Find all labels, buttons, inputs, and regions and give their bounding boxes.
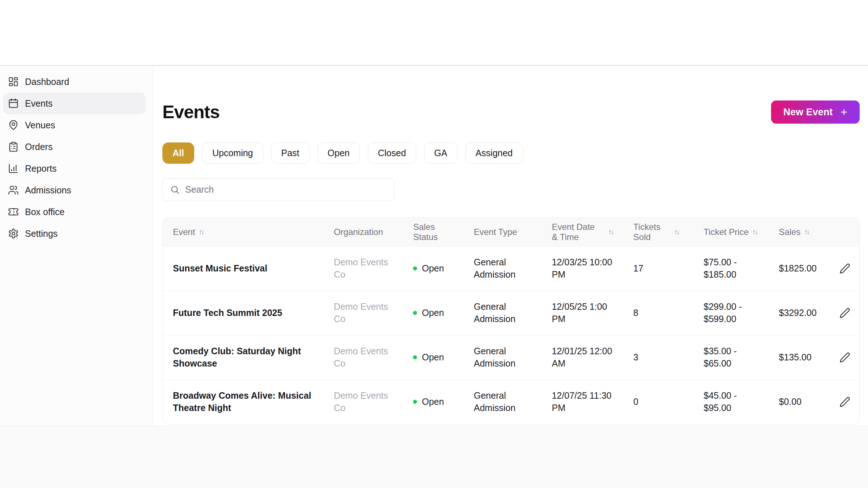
filter-chip-closed[interactable]: Closed — [368, 142, 416, 164]
event-name: Comedy Club: Saturday Night Showcase — [163, 335, 324, 380]
status-label: Open — [422, 396, 444, 408]
search-input[interactable] — [185, 184, 387, 195]
top-white-band — [0, 0, 868, 65]
column-label: Ticket Price — [704, 227, 749, 237]
event-tickets-sold: 17 — [623, 246, 694, 291]
event-ticket-price: $45.00 - $95.00 — [694, 380, 769, 424]
filter-chip-open[interactable]: Open — [318, 142, 360, 164]
column-label: Tickets Sold — [633, 222, 668, 242]
column-label: Event Date & Time — [552, 222, 602, 242]
column-label: Event Type — [474, 227, 517, 237]
sidebar-item-venues[interactable]: Venues — [3, 114, 146, 136]
column-header-event-type: Event Type — [464, 218, 542, 246]
event-type: General Admission — [464, 380, 542, 424]
edit-event-button[interactable] — [838, 351, 852, 364]
event-datetime: 12/05/25 1:00 PM — [542, 291, 623, 335]
event-organization: Demo Events Co — [324, 335, 403, 380]
sidebar-item-label: Box office — [25, 207, 64, 217]
sidebar-item-label: Admissions — [25, 185, 71, 196]
status-label: Open — [422, 262, 444, 275]
event-sales: $135.00 — [769, 335, 828, 380]
calendar-icon — [8, 98, 19, 109]
gear-icon — [8, 228, 19, 239]
edit-event-button[interactable] — [838, 306, 852, 320]
sidebar-item-box-office[interactable]: Box office — [3, 201, 146, 223]
column-label: Sales Status — [413, 222, 453, 242]
event-type: General Admission — [464, 291, 542, 335]
table-header-row: Event↑↓ Organization Sales Status Event … — [163, 218, 859, 246]
sidebar-item-label: Events — [25, 98, 52, 109]
event-type: General Admission — [464, 246, 542, 291]
column-header-sales-status: Sales Status — [403, 218, 464, 246]
status-dot — [413, 266, 417, 270]
event-ticket-price: $35.00 - $65.00 — [694, 335, 769, 380]
column-label: Event — [173, 227, 195, 237]
sidebar-item-admissions[interactable]: Admissions — [3, 179, 146, 201]
pencil-icon — [839, 397, 850, 407]
event-datetime: 12/01/25 12:00 AM — [542, 335, 623, 380]
clipboard-icon — [8, 141, 19, 152]
column-header-sales[interactable]: Sales↑↓ — [769, 218, 828, 246]
column-header-event[interactable]: Event↑↓ — [163, 218, 324, 246]
column-label: Sales — [779, 227, 801, 237]
filter-chip-upcoming[interactable]: Upcoming — [202, 142, 263, 164]
table-row[interactable]: Broadway Comes Alive: Musical Theatre Ni… — [163, 380, 859, 424]
event-actions — [828, 380, 859, 424]
event-tickets-sold: 8 — [623, 291, 694, 335]
event-sales: $1825.00 — [769, 246, 828, 291]
sort-icon: ↑↓ — [752, 228, 757, 236]
event-datetime: 12/03/25 10:00 PM — [542, 246, 623, 291]
sort-icon: ↑↓ — [804, 228, 809, 236]
users-icon — [8, 185, 19, 196]
event-name: Future Tech Summit 2025 — [163, 291, 324, 335]
column-header-event-date[interactable]: Event Date & Time↑↓ — [542, 218, 623, 246]
column-header-ticket-price[interactable]: Ticket Price↑↓ — [694, 218, 769, 246]
status-label: Open — [422, 351, 444, 364]
sidebar-item-reports[interactable]: Reports — [3, 158, 146, 179]
column-header-tickets-sold[interactable]: Tickets Sold↑↓ — [623, 218, 694, 246]
page-header: Events New Event + — [162, 100, 860, 124]
event-sales: $3292.00 — [769, 291, 828, 335]
new-event-button[interactable]: New Event + — [771, 100, 860, 124]
event-ticket-price: $75.00 - $185.00 — [694, 246, 769, 291]
ticket-icon — [8, 206, 19, 217]
main-content: Events New Event + All Upcoming Past Ope… — [153, 66, 868, 426]
event-organization: Demo Events Co — [324, 380, 403, 424]
new-event-label: New Event — [783, 107, 833, 118]
sidebar-item-label: Venues — [25, 120, 55, 130]
event-actions — [828, 246, 859, 291]
map-pin-icon — [8, 120, 19, 130]
sidebar-item-label: Orders — [25, 142, 52, 152]
column-header-organization: Organization — [324, 218, 403, 246]
edit-event-button[interactable] — [838, 262, 852, 275]
event-tickets-sold: 3 — [623, 335, 694, 380]
sidebar-item-dashboard[interactable]: Dashboard — [3, 71, 146, 93]
event-sales-status: Open — [403, 246, 464, 291]
event-actions — [828, 335, 859, 380]
sidebar-item-settings[interactable]: Settings — [3, 223, 146, 244]
filter-chip-assigned[interactable]: Assigned — [465, 142, 523, 164]
filter-chip-ga[interactable]: GA — [424, 142, 458, 164]
sidebar-item-label: Settings — [25, 228, 58, 239]
filter-chip-past[interactable]: Past — [271, 142, 310, 164]
page-title: Events — [162, 102, 220, 123]
filter-chip-all[interactable]: All — [162, 142, 194, 164]
event-tickets-sold: 0 — [623, 380, 694, 424]
table-row[interactable]: Comedy Club: Saturday Night Showcase Dem… — [163, 335, 859, 380]
page-background-bottom — [0, 426, 868, 488]
pencil-icon — [839, 308, 850, 318]
sidebar-item-label: Dashboard — [25, 77, 69, 87]
bar-chart-icon — [8, 163, 19, 174]
sort-icon: ↑↓ — [199, 228, 203, 236]
sidebar-item-events[interactable]: Events — [3, 93, 146, 114]
event-datetime: 12/07/25 11:30 PM — [542, 380, 623, 424]
event-name: Sunset Music Festival — [163, 246, 324, 291]
table-row[interactable]: Future Tech Summit 2025 Demo Events Co O… — [163, 291, 859, 335]
edit-event-button[interactable] — [838, 395, 852, 409]
event-type: General Admission — [464, 335, 542, 380]
table-row[interactable]: Sunset Music Festival Demo Events Co Ope… — [163, 246, 859, 291]
search-box — [162, 178, 395, 201]
pencil-icon — [839, 352, 850, 363]
sidebar-item-orders[interactable]: Orders — [3, 136, 146, 158]
sidebar-item-label: Reports — [25, 163, 57, 174]
